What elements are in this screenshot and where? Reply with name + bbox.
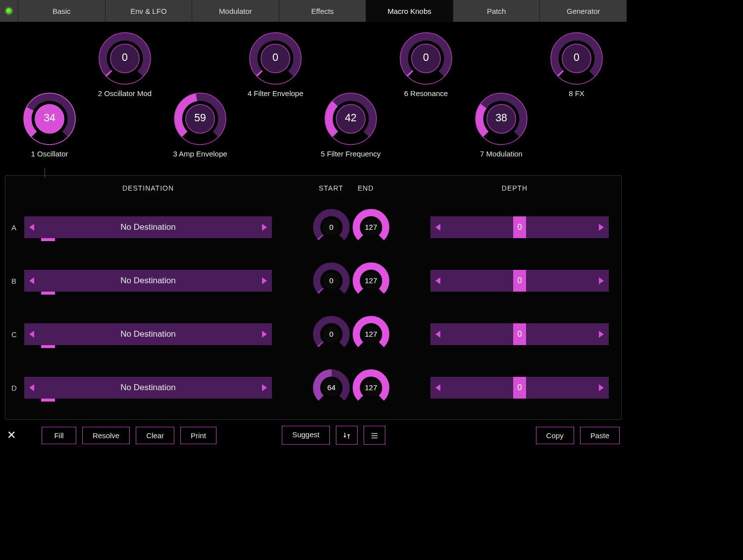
macro-knob-5-label: 5 Filter Frequency (311, 150, 390, 158)
resolve-button[interactable]: Resolve (82, 427, 130, 444)
depth-prev-icon[interactable] (435, 331, 440, 338)
dest-next-icon[interactable] (262, 277, 267, 284)
dest-next-icon[interactable] (262, 224, 267, 231)
end-knob[interactable]: 127 (351, 207, 391, 247)
dest-prev-icon[interactable] (29, 331, 34, 338)
tab-modulator[interactable]: Modulator (192, 0, 279, 22)
row-letter: A (9, 223, 24, 232)
depth-value: 0 (517, 329, 522, 339)
list-button[interactable] (364, 426, 385, 444)
row-letter: B (9, 277, 24, 285)
svg-text:127: 127 (365, 223, 377, 231)
end-knob[interactable]: 127 (351, 261, 391, 301)
power-led-icon (6, 8, 12, 14)
svg-text:127: 127 (365, 383, 377, 392)
depth-slider[interactable]: 0 (430, 270, 609, 292)
destination-panel: DESTINATION START END DEPTH A No Destina… (5, 175, 622, 420)
swap-icon (342, 431, 351, 440)
macro-knob-3[interactable]: 593 Amp Envelope (160, 91, 240, 158)
end-knob[interactable]: 127 (351, 314, 391, 354)
destination-row-d: D No Destination 64 127 0 (9, 361, 617, 414)
power-led-cell (0, 0, 18, 22)
dest-tick-indicator (41, 399, 55, 402)
macro-knob-7[interactable]: 387 Modulation (462, 91, 541, 158)
depth-value: 0 (517, 383, 522, 393)
macro-knob-4[interactable]: 04 Filter Envelope (236, 31, 315, 98)
destination-label: No Destination (34, 276, 262, 286)
dest-prev-icon[interactable] (29, 384, 34, 391)
macro-knob-7-label: 7 Modulation (462, 150, 541, 158)
swap-button[interactable] (336, 426, 358, 444)
destination-selector[interactable]: No Destination (24, 216, 272, 238)
close-button[interactable]: ✕ (7, 429, 16, 442)
destination-row-b: B No Destination 0 127 0 (9, 254, 617, 307)
macro-knob-6[interactable]: 06 Resonance (386, 31, 466, 98)
tab-basic[interactable]: Basic (18, 0, 105, 22)
dest-tick-indicator (41, 238, 55, 241)
tab-effects[interactable]: Effects (279, 0, 366, 22)
macro-knob-1[interactable]: 341 Oscillator (10, 91, 89, 158)
end-knob[interactable]: 127 (351, 368, 391, 407)
macro-knob-8[interactable]: 08 FX (537, 31, 616, 98)
tab-patch[interactable]: Patch (453, 0, 540, 22)
destination-selector[interactable]: No Destination (24, 377, 272, 399)
destination-label: No Destination (34, 222, 262, 232)
depth-slider[interactable]: 0 (430, 377, 609, 399)
depth-next-icon[interactable] (599, 331, 604, 338)
macro-knob-6-label: 6 Resonance (386, 89, 466, 98)
svg-text:0: 0 (329, 330, 333, 338)
tab-env-lfo[interactable]: Env & LFO (106, 0, 192, 22)
depth-slider[interactable]: 0 (430, 216, 609, 238)
start-knob[interactable]: 0 (312, 207, 351, 247)
bottom-toolbar: ✕ Fill Resolve Clear Print Suggest Copy … (0, 420, 627, 451)
row-letter: D (9, 384, 24, 392)
header-start: START (318, 184, 343, 192)
destination-row-c: C No Destination 0 127 0 (9, 307, 617, 361)
depth-next-icon[interactable] (599, 224, 604, 231)
svg-text:34: 34 (44, 112, 55, 124)
destination-label: No Destination (34, 383, 262, 393)
tab-generator[interactable]: Generator (540, 0, 627, 22)
dest-next-icon[interactable] (262, 331, 267, 338)
start-knob[interactable]: 64 (312, 368, 351, 407)
svg-text:38: 38 (495, 112, 507, 124)
copy-button[interactable]: Copy (536, 427, 574, 444)
dest-next-icon[interactable] (262, 384, 267, 391)
start-knob[interactable]: 0 (312, 261, 351, 301)
macro-knob-5[interactable]: 425 Filter Frequency (311, 91, 390, 158)
depth-slider[interactable]: 0 (430, 323, 609, 345)
dest-tick-indicator (41, 345, 55, 348)
destination-selector[interactable]: No Destination (24, 323, 272, 345)
print-button[interactable]: Print (180, 427, 216, 444)
depth-next-icon[interactable] (599, 277, 604, 284)
svg-text:127: 127 (365, 276, 377, 285)
depth-prev-icon[interactable] (435, 224, 440, 231)
dest-prev-icon[interactable] (29, 224, 34, 231)
suggest-button[interactable]: Suggest (282, 426, 330, 444)
depth-next-icon[interactable] (599, 384, 604, 391)
destination-label: No Destination (34, 329, 262, 339)
start-knob[interactable]: 0 (312, 314, 351, 354)
depth-prev-icon[interactable] (435, 277, 440, 284)
depth-value: 0 (517, 222, 522, 232)
macro-knob-grid: 341 Oscillator02 Oscillator Mod593 Amp E… (0, 22, 627, 170)
svg-text:0: 0 (122, 51, 128, 63)
svg-text:0: 0 (272, 51, 278, 63)
dest-prev-icon[interactable] (29, 277, 34, 284)
tab-bar: Basic Env & LFO Modulator Effects Macro … (0, 0, 627, 22)
tab-macro-knobs[interactable]: Macro Knobs (366, 0, 453, 22)
fill-button[interactable]: Fill (42, 427, 76, 444)
paste-button[interactable]: Paste (580, 427, 620, 444)
destination-selector[interactable]: No Destination (24, 270, 272, 292)
svg-text:0: 0 (329, 223, 333, 231)
depth-value: 0 (517, 276, 522, 286)
macro-knob-8-label: 8 FX (537, 89, 616, 98)
svg-text:0: 0 (329, 276, 333, 285)
clear-button[interactable]: Clear (136, 427, 174, 444)
svg-text:59: 59 (194, 112, 206, 124)
macro-knob-2[interactable]: 02 Oscillator Mod (85, 31, 164, 98)
knob-connector-line (45, 168, 45, 178)
depth-prev-icon[interactable] (435, 384, 440, 391)
macro-knob-3-label: 3 Amp Envelope (160, 150, 240, 158)
dest-tick-indicator (41, 292, 55, 295)
